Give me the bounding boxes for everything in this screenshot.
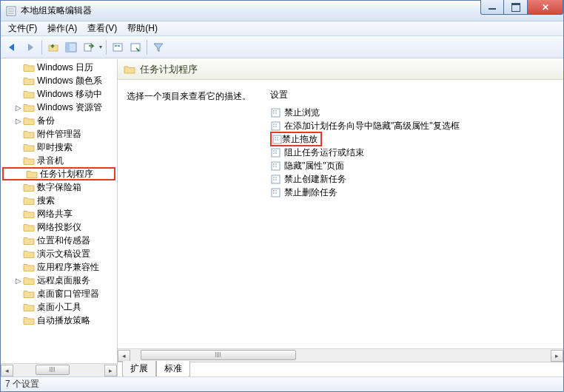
folder-icon [26, 169, 38, 179]
tree-item[interactable]: 即时搜索 [1, 141, 117, 154]
tree-item-label: Windows 颜色系 [37, 75, 102, 87]
show-hide-tree-button[interactable] [62, 38, 80, 56]
tree-item[interactable]: 位置和传感器 [1, 234, 117, 247]
expand-icon[interactable]: ▷ [14, 104, 23, 112]
tree-item-label: 远程桌面服务 [37, 274, 90, 287]
folder-icon [23, 249, 35, 259]
settings-column: 设置 禁止浏览在添加计划任务向导中隐藏"高级属性"复选框禁止拖放阻止任务运行或结… [264, 80, 563, 348]
tree-item[interactable]: ▷远程桌面服务 [1, 274, 117, 287]
scroll-thumb[interactable] [141, 350, 296, 360]
menu-help[interactable]: 帮助(H) [123, 21, 162, 36]
menu-action[interactable]: 操作(A) [43, 21, 81, 36]
scroll-right-arrow-icon[interactable]: ▸ [104, 365, 117, 376]
setting-item[interactable]: 禁止创建新任务 [269, 172, 557, 186]
close-button[interactable] [528, 0, 563, 15]
details-body: 选择一个项目来查看它的描述。 设置 禁止浏览在添加计划任务向导中隐藏"高级属性"… [118, 80, 563, 348]
setting-item[interactable]: 禁止删除任务 [269, 186, 557, 199]
tree-item[interactable]: ▷Windows 资源管 [1, 101, 117, 114]
svg-rect-7 [84, 44, 91, 51]
tree-item-label: 桌面小工具 [37, 301, 81, 314]
tree-item-label: 录音机 [37, 155, 64, 167]
tab-standard[interactable]: 标准 [156, 361, 190, 376]
statusbar: 7 个设置 [1, 376, 563, 391]
folder-icon [23, 75, 35, 86]
svg-point-17 [275, 112, 277, 114]
tree-item[interactable]: 网络投影仪 [1, 220, 117, 234]
folder-icon [23, 102, 35, 112]
back-button[interactable] [4, 38, 21, 56]
window-buttons [480, 1, 563, 21]
tree-item[interactable]: 网络共享 [1, 207, 117, 220]
export-dropdown-icon[interactable]: ▾ [98, 44, 104, 50]
tree-item[interactable]: 演示文稿设置 [1, 247, 117, 260]
tree-item[interactable]: 附件管理器 [1, 127, 117, 141]
folder-icon [23, 142, 35, 152]
setting-label: 在添加计划任务向导中隐藏"高级属性"复选框 [284, 120, 460, 132]
svg-point-35 [275, 163, 277, 165]
scroll-right-arrow-icon[interactable]: ▸ [551, 350, 563, 362]
folder-icon [23, 275, 35, 285]
tree: Windows 日历Windows 颜色系Windows 移动中▷Windows… [1, 59, 117, 328]
scroll-track[interactable] [130, 350, 551, 362]
toolbar-separator [106, 40, 107, 55]
titlebar[interactable]: 本地组策略编辑器 [1, 1, 563, 21]
tree-item[interactable]: 任务计划程序 [2, 167, 115, 180]
description-column: 选择一个项目来查看它的描述。 [118, 80, 264, 348]
forward-button[interactable] [21, 38, 39, 56]
tab-extended[interactable]: 扩展 [122, 361, 156, 376]
setting-item[interactable]: 隐藏"属性"页面 [269, 159, 557, 172]
menu-view[interactable]: 查看(V) [83, 21, 121, 36]
folder-icon [23, 288, 35, 299]
svg-point-26 [275, 139, 276, 141]
scroll-left-arrow-icon[interactable]: ◂ [118, 350, 130, 362]
maximize-button[interactable] [504, 0, 528, 15]
tree-item-label: 任务计划程序 [40, 168, 93, 180]
setting-item[interactable]: 禁止拖放 [269, 132, 557, 146]
tree-item-label: 位置和传感器 [37, 234, 90, 247]
scroll-thumb[interactable] [36, 365, 70, 375]
tree-item[interactable]: 搜索 [1, 194, 117, 207]
properties-button[interactable] [127, 38, 144, 56]
highlighted-setting[interactable]: 禁止拖放 [270, 132, 322, 146]
export-button[interactable] [80, 38, 98, 56]
refresh-button[interactable] [109, 38, 127, 56]
svg-point-42 [275, 179, 277, 180]
details-title: 任务计划程序 [140, 63, 198, 76]
setting-item[interactable]: 阻止任务运行或结束 [269, 146, 557, 159]
tree-item[interactable]: 录音机 [1, 154, 117, 167]
up-folder-button[interactable] [44, 38, 62, 56]
settings-column-header[interactable]: 设置 [269, 86, 557, 106]
svg-rect-8 [113, 44, 122, 51]
svg-rect-6 [66, 43, 70, 52]
scroll-track[interactable] [13, 365, 104, 376]
setting-item[interactable]: 在添加计划任务向导中隐藏"高级属性"复选框 [269, 119, 557, 132]
tree-item[interactable]: ▷备份 [1, 114, 117, 127]
details-horizontal-scrollbar[interactable]: ◂ ▸ [118, 348, 563, 362]
tree-item[interactable]: 应用程序兼容性 [1, 260, 117, 274]
svg-point-41 [273, 179, 275, 180]
status-text: 7 个设置 [5, 378, 39, 391]
tree-item-label: 网络投影仪 [37, 221, 81, 234]
svg-point-12 [138, 49, 139, 50]
tree-item[interactable]: Windows 日历 [1, 61, 117, 74]
tree-item-label: 搜索 [37, 195, 55, 207]
filter-button[interactable] [150, 38, 167, 56]
tree-item[interactable]: Windows 颜色系 [1, 74, 117, 87]
svg-point-31 [273, 152, 275, 154]
tree-item[interactable]: 数字保险箱 [1, 180, 117, 194]
expand-icon[interactable]: ▷ [14, 277, 23, 285]
tree-scroll-area[interactable]: Windows 日历Windows 颜色系Windows 移动中▷Windows… [1, 59, 117, 363]
scroll-left-arrow-icon[interactable]: ◂ [1, 365, 13, 376]
settings-list: 禁止浏览在添加计划任务向导中隐藏"高级属性"复选框禁止拖放阻止任务运行或结束隐藏… [269, 106, 557, 199]
expand-icon[interactable]: ▷ [14, 117, 23, 125]
setting-item[interactable]: 禁止浏览 [269, 106, 557, 119]
toolbar-separator [147, 40, 147, 55]
tree-item[interactable]: 桌面窗口管理器 [1, 287, 117, 300]
minimize-button[interactable] [480, 0, 504, 15]
menu-file[interactable]: 文件(F) [4, 21, 41, 36]
tree-item[interactable]: 自动播放策略 [1, 314, 117, 327]
tree-item[interactable]: Windows 移动中 [1, 87, 117, 101]
tree-horizontal-scrollbar[interactable]: ◂ ▸ [1, 363, 117, 376]
svg-point-21 [273, 126, 275, 127]
tree-item[interactable]: 桌面小工具 [1, 300, 117, 314]
